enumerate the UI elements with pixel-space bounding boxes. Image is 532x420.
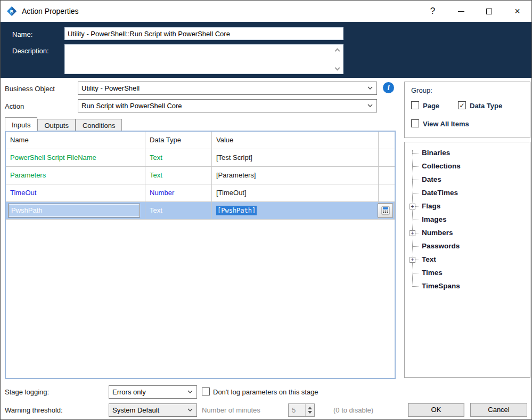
action-select[interactable]: Run Script with PowerShell Core <box>78 99 377 112</box>
input-value[interactable]: [Parameters] <box>212 167 379 184</box>
warning-threshold-value: System Default <box>112 406 159 414</box>
page-checkbox[interactable] <box>411 101 419 109</box>
table-row[interactable]: TimeOut Number [TimeOut] <box>6 184 395 202</box>
data-type-checkbox[interactable]: ✓ <box>458 101 466 109</box>
minutes-spinner[interactable]: 5 <box>288 403 315 417</box>
ok-button[interactable]: OK <box>408 403 464 417</box>
input-data-type: Text <box>145 149 212 166</box>
tree-item-numbers[interactable]: +Numbers <box>405 227 530 240</box>
input-value-selected[interactable]: [PwshPath] <box>216 206 257 215</box>
input-name: PowerShell Script FileName <box>6 149 145 166</box>
check-icon: ✓ <box>459 102 464 109</box>
input-data-type: Text <box>145 202 212 219</box>
chevron-down-icon <box>367 104 373 107</box>
group-panel: Group: Page ✓ Data Type View All Items <box>404 82 530 138</box>
minimize-button[interactable] <box>447 1 475 22</box>
tree-item-binaries[interactable]: Binaries <box>405 147 530 160</box>
maximize-button[interactable] <box>475 1 503 22</box>
chevron-down-icon <box>367 86 373 90</box>
stage-logging-label: Stage logging: <box>5 388 49 396</box>
scroll-up-icon[interactable] <box>335 47 340 52</box>
stage-logging-value: Errors only <box>112 388 146 396</box>
window-title: Action Properties <box>22 7 79 15</box>
description-label: Description: <box>12 47 49 55</box>
tree-item-timespans[interactable]: TimeSpans <box>405 280 530 293</box>
dialog-header: Name: Description: <box>1 22 532 78</box>
tree-item-datetimes[interactable]: DateTimes <box>405 187 530 200</box>
group-title: Group: <box>411 86 432 94</box>
close-icon: × <box>514 6 520 16</box>
page-checkbox-label[interactable]: Page <box>423 102 439 110</box>
disable-hint: (0 to disable) <box>333 406 373 414</box>
tree-item-flags[interactable]: +Flags <box>405 200 530 213</box>
tree-item-passwords[interactable]: Passwords <box>405 240 530 253</box>
view-all-items-checkbox[interactable] <box>411 119 419 127</box>
tree-item-images[interactable]: Images <box>405 213 530 227</box>
dont-log-checkbox[interactable] <box>202 387 210 395</box>
chevron-down-icon <box>187 408 193 411</box>
dont-log-label[interactable]: Don't log parameters on this stage <box>213 388 318 396</box>
close-button[interactable]: × <box>503 1 531 22</box>
cancel-button[interactable]: Cancel <box>470 403 527 417</box>
column-header-value: Value <box>212 132 379 149</box>
tab-strip: Inputs Outputs Conditions <box>5 117 122 131</box>
warning-threshold-select[interactable]: System Default <box>109 403 197 417</box>
view-all-items-checkbox-label[interactable]: View All Items <box>423 120 469 128</box>
maximize-icon <box>486 9 492 14</box>
tree-item-times[interactable]: Times <box>405 266 530 280</box>
table-header-row: Name Data Type Value <box>6 132 395 149</box>
data-type-checkbox-label[interactable]: Data Type <box>470 102 502 110</box>
name-label: Name: <box>12 30 32 38</box>
chevron-down-icon <box>187 390 193 393</box>
tab-inputs[interactable]: Inputs <box>5 117 37 131</box>
tree-item-text[interactable]: +Text <box>405 253 530 266</box>
title-bar: B Action Properties ? × <box>1 1 531 22</box>
column-header-name: Name <box>6 132 145 149</box>
blue-prism-logo-icon: B <box>6 6 17 17</box>
data-items-tree: Binaries Collections Dates DateTimes +Fl… <box>404 142 530 378</box>
name-input[interactable] <box>64 27 343 40</box>
description-input[interactable] <box>64 44 343 74</box>
number-of-minutes-label: Number of minutes <box>202 406 260 414</box>
calculator-icon <box>381 206 390 215</box>
action-properties-dialog: B Action Properties ? × Name: Descriptio… <box>0 0 532 420</box>
input-data-type: Text <box>145 167 212 184</box>
tree-item-dates[interactable]: Dates <box>405 173 530 187</box>
input-name-editbox[interactable]: PwshPath <box>8 204 140 217</box>
tree-item-collections[interactable]: Collections <box>405 160 530 173</box>
warning-threshold-label: Warning threshold: <box>5 406 63 414</box>
help-button[interactable]: ? <box>419 1 447 22</box>
stage-logging-select[interactable]: Errors only <box>109 385 197 399</box>
spinner-up-icon[interactable] <box>308 407 312 409</box>
svg-text:B: B <box>10 9 14 14</box>
tab-outputs[interactable]: Outputs <box>37 119 76 131</box>
expand-icon[interactable]: + <box>410 204 415 209</box>
input-value[interactable]: [TimeOut] <box>212 184 379 201</box>
spinner-down-icon[interactable] <box>308 411 312 414</box>
input-name: Parameters <box>6 167 145 184</box>
info-icon[interactable]: i <box>383 82 394 93</box>
business-object-label: Business Object <box>5 85 55 93</box>
table-row[interactable]: Parameters Text [Parameters] <box>6 167 395 184</box>
input-data-type: Number <box>145 184 212 201</box>
expand-icon[interactable]: + <box>410 230 415 236</box>
action-label: Action <box>5 102 24 110</box>
scroll-down-icon[interactable] <box>335 66 340 71</box>
expand-icon[interactable]: + <box>410 257 415 263</box>
inputs-table: Name Data Type Value PowerShell Script F… <box>5 131 396 379</box>
table-row[interactable]: PowerShell Script FileName Text [Test Sc… <box>6 149 395 167</box>
expression-editor-button[interactable] <box>378 203 393 218</box>
minutes-value: 5 <box>292 406 296 414</box>
input-value[interactable]: [Test Script] <box>212 149 379 166</box>
business-object-value: Utility - PowerShell <box>81 84 140 92</box>
minimize-icon <box>458 11 464 12</box>
action-value: Run Script with PowerShell Core <box>81 102 182 110</box>
tab-conditions[interactable]: Conditions <box>76 119 122 131</box>
table-row-selected[interactable]: PwshPath Text [PwshPath] <box>6 202 395 220</box>
business-object-select[interactable]: Utility - PowerShell <box>78 82 377 95</box>
column-header-data-type: Data Type <box>145 132 212 149</box>
input-name: TimeOut <box>6 184 145 201</box>
